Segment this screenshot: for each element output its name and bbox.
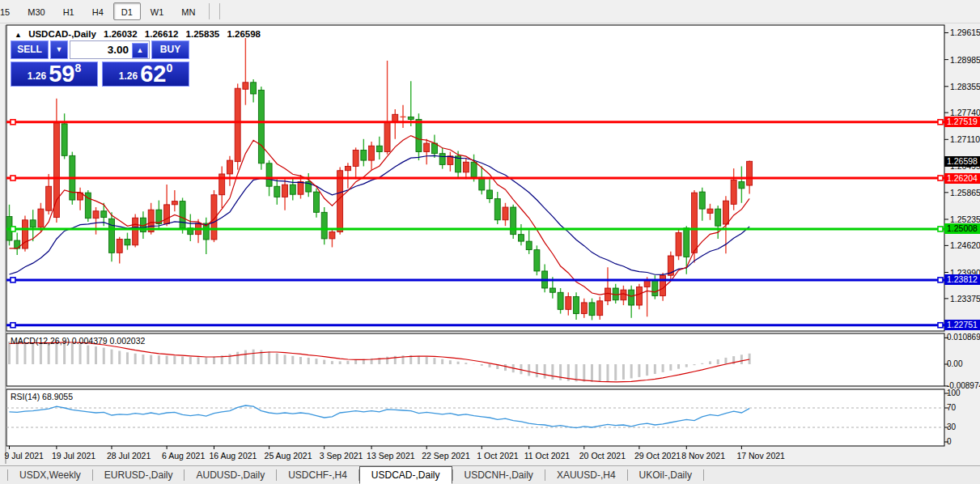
macd-pane [6,333,944,386]
price-line-badge: 1.25008 [944,223,980,234]
rsi-axis-tick: 70 [947,403,956,413]
macd-axis-tick: 0.010869 [947,333,980,342]
line-drag-handle[interactable] [11,227,15,231]
date-axis-label: 3 Sep 2021 [320,451,363,461]
sell-button[interactable]: SELL [11,40,49,59]
price-line-badge: 1.26204 [944,173,980,184]
date-axis-label: 11 Oct 2021 [524,451,570,461]
date-axis-label: 22 Sep 2021 [422,451,470,461]
macd-indicator-label: MACD(12,26,9) 0.004379 0.002032 [11,336,145,346]
line-drag-handle[interactable] [938,323,943,328]
sell-price-prefix: 1.26 [28,70,46,82]
date-axis-label: 25 Aug 2021 [265,451,312,461]
volume-input[interactable] [70,43,132,57]
date-axis-label: 6 Aug 2021 [162,451,205,461]
ohlc-open: 1.26032 [104,29,138,39]
line-drag-handle[interactable] [11,176,15,180]
date-axis-label: 17 Nov 2021 [736,451,785,461]
line-drag-handle[interactable] [938,227,943,231]
symbol-tab-bar: USDX,WeeklyEURUSD-,DailyAUDUSD-,DailyUSD… [0,465,980,484]
date-axis-label: 9 Jul 2021 [5,451,44,461]
price-axis-tick: 1.25865 [950,188,979,197]
ohlc-high: 1.26612 [145,29,179,39]
collapse-chart-icon[interactable]: ▲ [15,31,22,39]
price-axis-tick: 1.24620 [950,240,979,250]
volume-increase-button[interactable]: ▲ [132,43,148,58]
buy-price-display[interactable]: 1.26 62 0 [102,62,189,87]
macd-axis-tick: 0.00 [947,359,962,369]
buy-price-sup: 0 [166,62,172,74]
line-drag-handle[interactable] [938,278,943,282]
tab-item-usdx-weekly[interactable]: USDX,Weekly [8,466,92,484]
rsi-axis-tick: 100 [947,388,961,398]
line-drag-handle[interactable] [11,120,15,125]
one-click-trade-panel: SELL ▼ ▲ BUY 1.26 59 8 1.26 62 0 [11,40,189,87]
volume-decrease-button[interactable]: ▼ [50,40,68,59]
date-axis-label: 13 Sep 2021 [367,451,415,461]
rsi-pane [6,389,944,446]
date-axis-label: 8 Nov 2021 [681,451,725,461]
price-line-badge: 1.22751 [944,320,980,330]
tab-separator [703,469,704,481]
rsi-axis-tick: 0 [947,437,952,447]
ohlc-close: 1.26598 [227,29,261,39]
price-axis-tick: 1.23375 [950,294,979,304]
rsi-indicator-label: RSI(14) 68.9055 [11,392,73,401]
volume-field-wrap: ▲ [70,40,150,59]
tab-item-ukoil-daily[interactable]: UKOil-,Daily [628,466,703,484]
line-drag-handle[interactable] [938,176,943,180]
price-axis-tick: 1.25235 [950,214,979,224]
sell-price-display[interactable]: 1.26 59 8 [11,62,98,87]
buy-price-prefix: 1.26 [119,70,138,82]
date-axis-label: 29 Oct 2021 [634,451,681,461]
date-axis-label: 16 Aug 2021 [209,451,257,461]
price-line-badge: 1.23812 [944,274,980,285]
current-price-badge: 1.26598 [944,156,980,167]
price-axis-tick: 1.28355 [950,82,979,91]
price-line-badge: 1.27519 [944,117,980,127]
tab-item-usdchf-h4[interactable]: USDCHF-,H4 [277,466,358,484]
line-drag-handle[interactable] [11,323,15,328]
chevron-up-icon: ▲ [137,46,144,54]
tab-item-eurusd-daily[interactable]: EURUSD-,Daily [93,466,185,484]
sell-price-sup: 8 [74,62,81,74]
date-axis-label: 1 Oct 2021 [477,451,518,461]
rsi-axis-tick: 30 [947,422,956,432]
date-axis-label: 28 Jul 2021 [107,451,151,461]
chart-symbol-label: USDCAD-,Daily [28,29,96,39]
tab-stub [0,469,8,481]
price-axis-tick: 1.27110 [950,134,979,144]
price-axis-tick: 1.28985 [950,55,979,65]
line-drag-handle[interactable] [11,278,15,282]
chart-title: ▲ USDCAD-,Daily 1.26032 1.26612 1.25835 … [15,29,261,39]
date-axis-label: 19 Jul 2021 [52,451,95,461]
buy-price-big: 62 [140,63,166,84]
date-axis-label: 20 Oct 2021 [579,451,626,461]
buy-button[interactable]: BUY [151,40,189,59]
line-drag-handle[interactable] [938,120,943,125]
ohlc-low: 1.25835 [186,29,220,39]
chevron-down-icon: ▼ [56,45,63,53]
sell-price-big: 59 [49,63,74,84]
price-axis-tick: 1.29615 [950,28,979,37]
tab-item-xauusd-h4[interactable]: XAUUSD-,H4 [545,466,627,484]
tab-item-usdcad-daily[interactable]: USDCAD-,Daily [359,466,452,484]
tab-item-usdcnh-daily[interactable]: USDCNH-,Daily [453,466,545,484]
tab-item-audusd-daily[interactable]: AUDUSD-,Daily [185,466,276,484]
